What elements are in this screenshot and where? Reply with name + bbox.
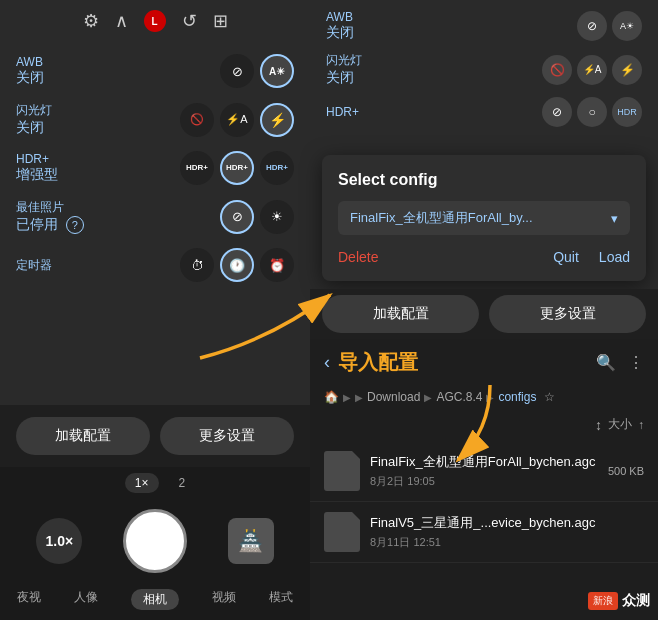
right-top-settings: AWB 关闭 ⊘ A☀ 闪光灯 关闭 🚫 ⚡A ⚡ [310,0,658,147]
rt-flash-auto[interactable]: ⚡A [577,55,607,85]
bc-home-icon[interactable]: 🏠 [324,390,339,404]
sort-az-icon[interactable]: ↕ [595,417,602,433]
hdr-enhanced-icon[interactable]: HDR+ [260,151,294,185]
mode-camera[interactable]: 相机 [131,589,179,610]
bc-configs[interactable]: configs [498,390,536,404]
rt-hdr-off[interactable]: ⊘ [542,97,572,127]
mode-more[interactable]: 模式 [269,589,293,610]
flash-label-value: 关闭 [16,119,52,137]
mode-night[interactable]: 夜视 [17,589,41,610]
bc-arrow-1: ▶ [343,392,351,403]
up-icon[interactable]: ∧ [115,10,128,32]
mode-video[interactable]: 视频 [212,589,236,610]
flash-on-icon[interactable]: ⚡ [260,103,294,137]
hdr-off-icon[interactable]: HDR+ [180,151,214,185]
timer-icon-2[interactable]: 🕐 [220,248,254,282]
grid-icon[interactable]: ⊞ [213,10,228,32]
file-name-2: FinalV5_三星通用_...evice_bychen.agc [370,514,644,532]
zoom-2x-option[interactable]: 2 [179,476,186,490]
bc-star-icon[interactable]: ☆ [544,390,555,404]
bottom-controls: 1.0× 🏯 [0,499,310,583]
rt-flash-row: 闪光灯 关闭 🚫 ⚡A ⚡ [326,52,642,87]
file-meta-1: 8月2日 19:05 [370,474,608,489]
camera-settings-area: AWB 关闭 ⊘ A☀ 闪光灯 关闭 🚫 ⚡A ⚡ [0,42,310,405]
awb-icons: ⊘ A☀ [220,54,294,88]
rt-load-config-button[interactable]: 加载配置 [322,295,479,333]
file-size-1: 500 KB [608,465,644,477]
mode-portrait[interactable]: 人像 [74,589,98,610]
rt-hdr-enhanced[interactable]: HDR [612,97,642,127]
back-icon[interactable]: ‹ [324,352,330,373]
bc-download[interactable]: Download [367,390,420,404]
bestshot-on-icon[interactable]: ☀ [260,200,294,234]
file-header-actions: 🔍 ⋮ [596,353,644,372]
timer-label: 定时器 [16,257,52,274]
bc-arrow-2: ▶ [355,392,363,403]
hdr-on-icon[interactable]: HDR+ [220,151,254,185]
shutter-button[interactable] [123,509,187,573]
config-dropdown[interactable]: FinalFix_全机型通用ForAll_by... ▾ [338,201,630,235]
sort-bar: ↕ 大小 ↑ [310,412,658,441]
rt-hdr-label: HDR+ [326,105,359,119]
refresh-icon[interactable]: ↺ [182,10,197,32]
watermark-sina: 新浪 [588,592,618,610]
rt-awb-icon-off[interactable]: ⊘ [577,11,607,41]
timer-icons: ⏱ 🕐 ⏰ [180,248,294,282]
hdr-label-value: 增强型 [16,166,58,184]
dialog-buttons: Delete Quit Load [338,249,630,265]
file-item-2[interactable]: FinalV5_三星通用_...evice_bychen.agc 8月11日 1… [310,502,658,563]
rt-awb-label: AWB 关闭 [326,10,354,42]
rt-hdr-circle[interactable]: ○ [577,97,607,127]
zoom-level-display[interactable]: 1.0× [36,518,82,564]
sort-label[interactable]: 大小 [608,416,632,433]
delete-button[interactable]: Delete [338,249,378,265]
rt-more-settings-button[interactable]: 更多设置 [489,295,646,333]
gallery-thumbnail[interactable]: 🏯 [228,518,274,564]
rt-flash-main: 闪光灯 [326,52,362,69]
bestshot-off-icon[interactable]: ⊘ [220,200,254,234]
awb-icon-off[interactable]: ⊘ [220,54,254,88]
flash-off-icon[interactable]: 🚫 [180,103,214,137]
timer-icon-3[interactable]: ⏰ [260,248,294,282]
bestshot-label: 最佳照片 已停用 ? [16,199,84,234]
flash-label: 闪光灯 关闭 [16,102,52,137]
bc-agc[interactable]: AGC.8.4 [436,390,482,404]
flash-label-main: 闪光灯 [16,102,52,119]
bc-arrow-4: ▶ [486,392,494,403]
more-icon[interactable]: ⋮ [628,353,644,372]
hdr-label-main: HDR+ [16,152,58,166]
rt-flash-on[interactable]: ⚡ [612,55,642,85]
leica-badge: L [144,10,166,32]
watermark: 新浪 众测 [588,592,650,610]
file-manager-header: ‹ 导入配置 🔍 ⋮ [310,339,658,386]
load-button[interactable]: Load [599,249,630,265]
flash-auto-icon[interactable]: ⚡A [220,103,254,137]
watermark-review: 众测 [622,592,650,610]
breadcrumb-path: 🏠 ▶ ▶ Download ▶ AGC.8.4 ▶ configs ☆ [310,386,658,412]
sort-direction-icon[interactable]: ↑ [638,418,644,432]
rt-hdr-main: HDR+ [326,105,359,119]
bestshot-setting-row: 最佳照片 已停用 ? ⊘ ☀ [16,199,294,234]
more-settings-button[interactable]: 更多设置 [160,417,294,455]
file-item-1[interactable]: FinalFix_全机型通用ForAll_bychen.agc 8月2日 19:… [310,441,658,502]
awb-icon-auto[interactable]: A☀ [260,54,294,88]
rt-flash-off[interactable]: 🚫 [542,55,572,85]
rt-awb-icon-auto[interactable]: A☀ [612,11,642,41]
file-details-2: FinalV5_三星通用_...evice_bychen.agc 8月11日 1… [370,514,644,550]
bestshot-label-value: 已停用 ? [16,216,84,234]
load-config-button[interactable]: 加载配置 [16,417,150,455]
file-name-1: FinalFix_全机型通用ForAll_bychen.agc [370,453,608,471]
flash-setting-row: 闪光灯 关闭 🚫 ⚡A ⚡ [16,102,294,137]
settings-icon[interactable]: ⚙ [83,10,99,32]
awb-label-main: AWB [16,55,44,69]
top-bar: ⚙ ∧ L ↺ ⊞ [0,0,310,42]
awb-label: AWB 关闭 [16,55,44,87]
dialog-title: Select config [338,171,630,189]
bestshot-info-icon[interactable]: ? [66,216,84,234]
timer-icon-1[interactable]: ⏱ [180,248,214,282]
search-icon[interactable]: 🔍 [596,353,616,372]
zoom-1x-option[interactable]: 1× [125,473,159,493]
quit-button[interactable]: Quit [553,249,579,265]
config-dropdown-text: FinalFix_全机型通用ForAll_by... [350,209,533,227]
rt-bottom-buttons: 加载配置 更多设置 [310,289,658,339]
